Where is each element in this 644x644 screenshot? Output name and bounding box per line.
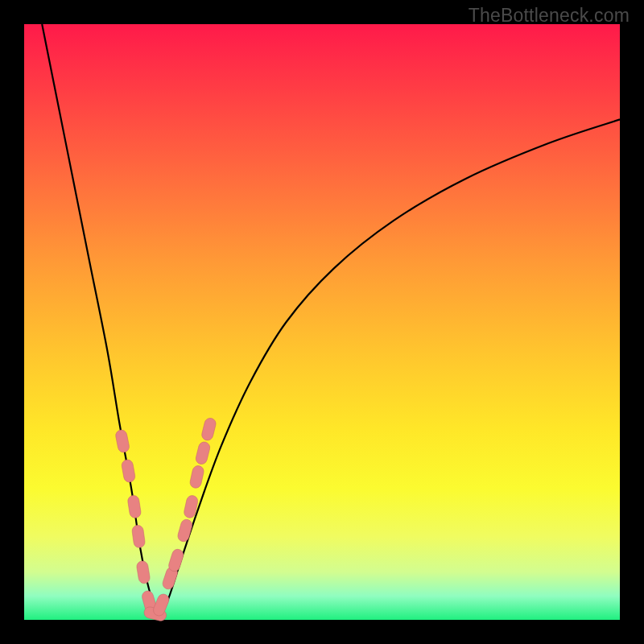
chart-svg bbox=[24, 24, 620, 620]
watermark-text: TheBottleneck.com bbox=[469, 5, 630, 27]
curve-marker bbox=[121, 459, 136, 483]
chart-plot-area bbox=[24, 24, 620, 620]
curve-marker bbox=[131, 525, 146, 549]
curve-marker bbox=[189, 464, 205, 489]
bottleneck-curve bbox=[42, 24, 620, 614]
curve-marker bbox=[127, 494, 142, 518]
curve-marker bbox=[176, 518, 193, 543]
marker-group bbox=[114, 417, 217, 622]
curve-marker bbox=[200, 417, 217, 442]
curve-marker bbox=[114, 429, 130, 453]
curve-marker bbox=[136, 560, 151, 584]
curve-marker bbox=[195, 441, 211, 466]
curve-marker bbox=[167, 548, 185, 573]
